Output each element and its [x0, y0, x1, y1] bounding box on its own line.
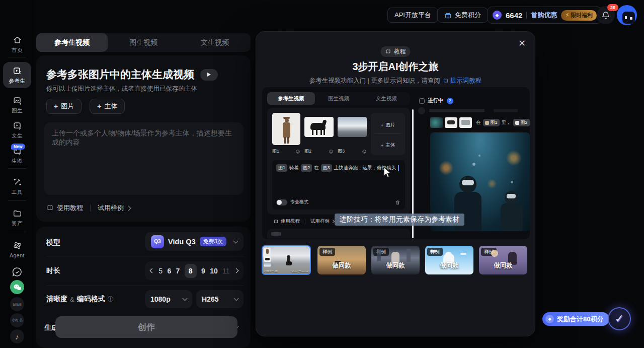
duration-next-chevron[interactable] [233, 268, 238, 273]
duration-prev-chevron[interactable] [150, 268, 155, 273]
mini-pro-mode-toggle: 专业模式 [276, 199, 308, 205]
duration-option-selected[interactable]: 8 [185, 264, 197, 278]
tutorial-thumb-sample[interactable]: 样例 做同款 [425, 246, 473, 274]
sidebar-item-image-gen[interactable]: 图生 [3, 92, 31, 118]
tab-text-video[interactable]: 文生视频 [179, 33, 251, 52]
bilibili-icon[interactable]: bilibili [10, 297, 24, 311]
chevron-down-icon [234, 296, 239, 301]
thumb-hat [491, 250, 498, 257]
sidebar-item-tools[interactable]: 工具 [3, 173, 31, 199]
kuaishou-icon[interactable] [11, 266, 23, 278]
info-icon[interactable]: ⓘ [108, 295, 114, 304]
book-icon [46, 204, 54, 212]
codec-value: H265 [202, 295, 218, 303]
duration-option[interactable]: 6 [167, 267, 171, 275]
douyin-icon[interactable]: ♪ [10, 329, 24, 343]
tutorial-thumb-sample[interactable]: 样例 做同款 [371, 246, 420, 274]
chevron-right-icon [331, 220, 335, 223]
sidebar-item-home[interactable]: 首页 [3, 31, 31, 57]
wechat-icon[interactable] [10, 280, 24, 294]
generation-tabbar: 参考生视频 图生视频 文生视频 [36, 33, 251, 52]
sidebar-item-agent[interactable]: Agent [3, 237, 31, 262]
tools-icon [13, 177, 22, 187]
book-icon [273, 219, 279, 224]
free-credits-button[interactable]: 免费积分 [437, 8, 488, 23]
tab-image-video[interactable]: 图生视频 [108, 33, 179, 52]
add-subject-button[interactable]: + 主体 [90, 99, 125, 114]
xiaohongshu-icon[interactable]: 小红书 [10, 313, 24, 327]
image-plus-icon [13, 95, 22, 105]
sidebar-item-assets[interactable]: 资产 [3, 204, 31, 231]
make-same-label: 做同款 [317, 261, 366, 270]
sidebar-item-text-gen[interactable]: 文生 [3, 117, 31, 143]
prompt-text: 在 [314, 165, 319, 171]
credits-amount: 6642 [506, 11, 522, 20]
reward-check-button[interactable]: ✓ [608, 307, 631, 330]
ampersand: & [70, 296, 74, 303]
duration-option-disabled[interactable]: 11 [222, 267, 230, 275]
quality-select[interactable]: 1080p [145, 290, 192, 308]
credits-divider [526, 12, 527, 19]
book-icon [385, 49, 391, 54]
add-image-button[interactable]: + 图片 [46, 99, 82, 114]
model-q3-icon: Q3 [151, 235, 164, 248]
duration-option[interactable]: 10 [210, 267, 218, 275]
prompt-textarea[interactable] [44, 122, 244, 195]
model-select[interactable]: Q3 Vidu Q3 免费3次 [145, 232, 244, 251]
prompt-chip: 图1 [276, 164, 287, 172]
intro-play-button[interactable] [200, 69, 218, 81]
model-free-badge: 免费3次 [200, 237, 226, 246]
thumb-horse [286, 261, 292, 265]
tab-reference-video[interactable]: 参考生视频 [36, 33, 108, 52]
text-caret [398, 165, 399, 171]
new-badge: New [11, 144, 25, 150]
free-credits-label: 免费积分 [455, 11, 481, 20]
check-icon: ✓ [615, 312, 624, 325]
limited-benefit-badge[interactable]: ⚡ 限时福利 [561, 10, 597, 21]
codec-select[interactable]: H265 [196, 290, 244, 308]
row-divider [46, 286, 244, 286]
model-value: Vidu Q3 [168, 238, 196, 246]
modal-subtitle: 参考生视频功能入门 | 更多提示词知识，请查阅 提示词教程 [256, 77, 535, 85]
prompt-tutorial-link[interactable]: 提示词教程 [443, 77, 482, 85]
codec-label: 编码格式 [77, 295, 105, 304]
tutorial-thumb-sample[interactable]: 样例 做同款 [479, 246, 527, 274]
duration-option[interactable]: 9 [201, 267, 205, 275]
plus-icon: + [381, 143, 384, 148]
sidebar-divider [8, 57, 26, 57]
trash-icon [395, 199, 400, 205]
mini-image-2-label: 图2 [304, 148, 311, 155]
chevron-down-icon [183, 296, 188, 301]
tutorial-caption: 进阶技巧：将常用元素保存为参考素材 [335, 214, 464, 226]
duration-option[interactable]: 7 [176, 267, 180, 275]
avatar-shape [622, 12, 635, 24]
thumb-bear-head [445, 252, 452, 257]
duration-option[interactable]: 5 [158, 267, 163, 275]
mini-image-1-label: 图1 [272, 148, 279, 155]
tutorial-thumb-sample[interactable]: 样例 做同款 [317, 246, 366, 274]
play-icon [207, 73, 211, 77]
api-platform-label: API开放平台 [394, 11, 431, 20]
sidebar-divider [8, 200, 26, 201]
tutorial-thumb-selected[interactable]: 万物皆可骑 Vidu | Tutorial [262, 245, 311, 275]
reward-pill[interactable]: ◆ 奖励合计80积分 [542, 312, 609, 326]
credits-pill[interactable]: ◆ 6642 首购优惠 ⚡ 限时福利 [487, 7, 602, 24]
plus-icon: + [97, 103, 101, 110]
notification-bell-button[interactable]: 20 [597, 6, 615, 24]
mini-image-2 [304, 117, 334, 137]
create-button[interactable]: 创作 [55, 316, 237, 338]
sidebar-item-label: 生图 [12, 158, 23, 165]
sidebar-item-label: Agent [10, 252, 25, 258]
user-avatar[interactable] [617, 5, 637, 25]
mini-add-image-label: 图片 [385, 122, 395, 128]
avatar-eye-right [630, 17, 632, 20]
modal-close-button[interactable]: ✕ [518, 38, 526, 49]
tutorial-link[interactable]: 使用教程 [46, 203, 83, 213]
mini-add-subject-label: 主体 [385, 142, 395, 149]
sample-link[interactable]: 试用样例 [98, 203, 130, 213]
mouse-cursor [382, 167, 392, 179]
sidebar-item-label: 资产 [12, 220, 23, 227]
api-platform-button[interactable]: API开放平台 [387, 8, 438, 23]
sidebar-item-reference[interactable]: 参考生 [3, 62, 31, 88]
sidebar-item-pic-gen[interactable]: New 生图 [3, 142, 31, 168]
